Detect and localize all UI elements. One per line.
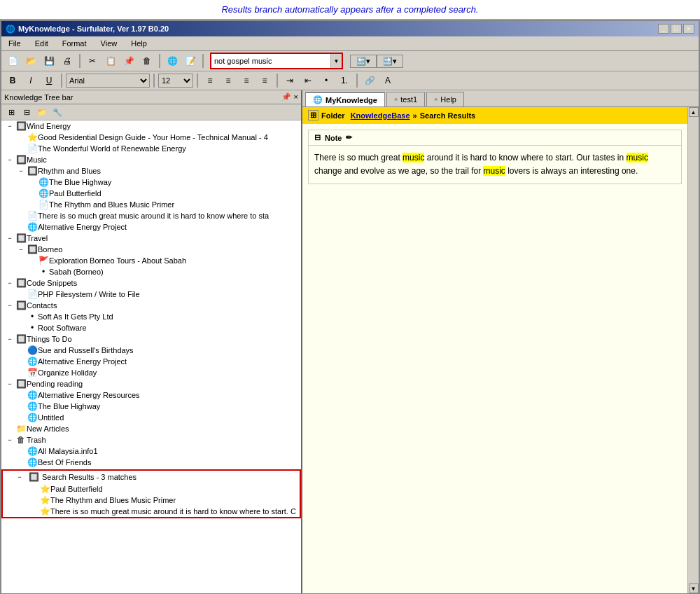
search-input[interactable] bbox=[211, 55, 330, 67]
tree-item-exploration[interactable]: 🚩Exploration Borneo Tours - About Sabah bbox=[1, 255, 301, 266]
tab-help-close[interactable]: × bbox=[434, 96, 438, 103]
outdent-btn[interactable]: ⇤ bbox=[300, 73, 316, 88]
tree-item-rnb[interactable]: −🔲Rhythm and Blues bbox=[1, 165, 301, 177]
color-btn[interactable]: A bbox=[379, 73, 396, 88]
ktree-new-folder-btn[interactable]: 📁 bbox=[35, 106, 49, 118]
tab-test1-close[interactable]: × bbox=[394, 96, 398, 103]
align-justify-btn[interactable]: ≡ bbox=[256, 73, 273, 88]
tree-item-sabah[interactable]: •Sabah (Borneo) bbox=[1, 266, 301, 277]
new-btn[interactable]: 📄 bbox=[4, 53, 21, 69]
note-collapse-icon[interactable]: ⊟ bbox=[314, 133, 321, 142]
tree-item-rnbprimer[interactable]: 📄The Rhythm and Blues Music Primer bbox=[1, 199, 301, 210]
align-left-btn[interactable]: ≡ bbox=[202, 73, 218, 88]
number-btn[interactable]: 1. bbox=[336, 73, 353, 88]
menu-format[interactable]: Format bbox=[58, 38, 91, 49]
tree-container[interactable]: −🔲Wind Energy⭐Good Residential Design Gu… bbox=[1, 120, 301, 593]
expand-travel[interactable]: − bbox=[4, 233, 15, 243]
tree-item-phpfile[interactable]: 📄PHP Filesystem / Write to File bbox=[1, 289, 301, 300]
tree-item-altenergy2[interactable]: 🌐Alternative Energy Project bbox=[1, 356, 301, 367]
paste-btn[interactable]: 📌 bbox=[120, 53, 137, 69]
scroll-down-btn[interactable]: ▼ bbox=[689, 583, 699, 593]
maximize-button[interactable]: □ bbox=[671, 24, 682, 34]
tree-item-wind[interactable]: −🔲Wind Energy bbox=[1, 120, 301, 132]
font-family-select[interactable]: Arial bbox=[66, 74, 150, 88]
scroll-up-btn[interactable]: ▲ bbox=[689, 107, 699, 117]
tree-item-untitled[interactable]: 🌐Untitled bbox=[1, 412, 301, 423]
cut-btn[interactable]: ✂ bbox=[84, 53, 101, 69]
expand-todo[interactable]: − bbox=[4, 334, 15, 344]
tree-item-bluehwy2[interactable]: 🌐The Blue Highway bbox=[1, 401, 301, 412]
tree-item-music[interactable]: −🔲Music bbox=[1, 154, 301, 165]
italic-btn[interactable]: I bbox=[22, 73, 39, 88]
tree-item-codesnip[interactable]: −🔲Code Snippets bbox=[1, 277, 301, 289]
tree-item-altres[interactable]: 🌐Alternative Energy Resources bbox=[1, 389, 301, 401]
tree-item-orgholiday[interactable]: 📅Organize Holiday bbox=[1, 367, 301, 378]
sr-item-1[interactable]: ⭐ Paul Butterfield bbox=[3, 483, 300, 495]
breadcrumb-kb-link[interactable]: KnowledgeBase bbox=[351, 111, 410, 120]
expand-wind[interactable]: − bbox=[4, 121, 15, 131]
menu-help[interactable]: Help bbox=[127, 38, 151, 49]
tree-item-borneo[interactable]: −🔲Borneo bbox=[1, 244, 301, 255]
sr-item-2[interactable]: ⭐ The Rhythm and Blues Music Primer bbox=[3, 495, 300, 506]
tree-item-allmal[interactable]: 🌐All Malaysia.info1 bbox=[1, 446, 301, 457]
search-results-node[interactable]: − 🔲 Search Results - 3 matches bbox=[3, 471, 300, 483]
go-back-btn[interactable]: 🔙▾ bbox=[350, 55, 377, 68]
expand-music[interactable]: − bbox=[4, 155, 15, 165]
menu-edit[interactable]: Edit bbox=[31, 38, 52, 49]
tree-item-altenergy[interactable]: 🌐Alternative Energy Project bbox=[1, 221, 301, 233]
ktree-close-btn[interactable]: × bbox=[294, 92, 298, 102]
menu-file[interactable]: File bbox=[4, 38, 25, 49]
tree-item-bluehwy[interactable]: 🌐The Blue Highway bbox=[1, 177, 301, 188]
link-btn[interactable]: 🔗 bbox=[361, 73, 378, 88]
ktree-collapse-all-btn[interactable]: ⊟ bbox=[20, 106, 34, 118]
copy-btn[interactable]: 📋 bbox=[102, 53, 119, 69]
open-btn[interactable]: 📂 bbox=[22, 53, 39, 69]
web-capture-btn[interactable]: 🌐 bbox=[164, 53, 181, 69]
tab-help[interactable]: × Help bbox=[426, 92, 464, 106]
note-btn[interactable]: 📝 bbox=[182, 53, 199, 69]
go-forward-btn[interactable]: 🔜▾ bbox=[377, 55, 403, 68]
align-center-btn[interactable]: ≡ bbox=[220, 73, 237, 88]
minimize-button[interactable]: _ bbox=[658, 24, 669, 34]
tree-item-contacts[interactable]: −🔲Contacts bbox=[1, 300, 301, 311]
tree-item-pendread[interactable]: −🔲Pending reading bbox=[1, 378, 301, 389]
right-scrollbar[interactable]: ▲ ▼ bbox=[687, 107, 699, 593]
tree-item-suebday[interactable]: 🔵Sue and Russell's Birthdays bbox=[1, 345, 301, 356]
align-right-btn[interactable]: ≡ bbox=[238, 73, 255, 88]
tree-item-softasit[interactable]: •Soft As It Gets Pty Ltd bbox=[1, 311, 301, 322]
expand-contacts[interactable]: − bbox=[4, 301, 15, 310]
expand-borneo[interactable]: − bbox=[15, 244, 27, 254]
indent-btn[interactable]: ⇥ bbox=[281, 73, 298, 88]
ktree-properties-btn[interactable]: 🔧 bbox=[50, 106, 64, 118]
ktree-expand-all-btn[interactable]: ⊞ bbox=[4, 106, 18, 118]
tab-myknowledge[interactable]: 🌐 MyKnowledge bbox=[305, 92, 385, 106]
tree-item-travel[interactable]: −🔲Travel bbox=[1, 233, 301, 244]
tree-item-good-res[interactable]: ⭐Good Residential Design Guide - Your Ho… bbox=[1, 132, 301, 143]
sr-expand-icon[interactable]: − bbox=[14, 472, 25, 482]
expand-rnb[interactable]: − bbox=[15, 166, 27, 176]
underline-btn[interactable]: U bbox=[41, 73, 57, 88]
ktree-pin-btn[interactable]: 📌 bbox=[281, 92, 291, 102]
search-dropdown-btn[interactable]: ▼ bbox=[330, 54, 342, 68]
tree-item-muchmusic[interactable]: 📄There is so much great music around it … bbox=[1, 210, 301, 221]
tab-test1[interactable]: × test1 bbox=[386, 92, 425, 106]
save-btn[interactable]: 💾 bbox=[41, 53, 57, 69]
menu-view[interactable]: View bbox=[97, 38, 122, 49]
delete-btn[interactable]: 🗑 bbox=[139, 53, 155, 69]
bold-btn[interactable]: B bbox=[4, 73, 21, 88]
close-button[interactable]: × bbox=[683, 24, 694, 34]
expand-trash[interactable]: − bbox=[4, 435, 15, 445]
breadcrumb-expand-icon[interactable]: ⊞ bbox=[308, 110, 318, 120]
tree-item-bestof[interactable]: 🌐Best Of Friends bbox=[1, 457, 301, 468]
tree-item-newarticles[interactable]: 📁New Articles bbox=[1, 423, 301, 434]
bullet-btn[interactable]: • bbox=[318, 73, 335, 88]
tree-item-trash[interactable]: −🗑Trash bbox=[1, 434, 301, 446]
tree-item-paulbut[interactable]: 🌐Paul Butterfield bbox=[1, 188, 301, 199]
expand-codesnip[interactable]: − bbox=[4, 278, 15, 288]
print-btn[interactable]: 🖨 bbox=[59, 53, 76, 69]
tree-item-todo[interactable]: −🔲Things To Do bbox=[1, 333, 301, 345]
note-edit-icon[interactable]: ✏ bbox=[346, 133, 352, 142]
sr-item-3[interactable]: ⭐ There is so much great music around it… bbox=[3, 506, 300, 517]
expand-pendread[interactable]: − bbox=[4, 379, 15, 389]
tree-item-rootsw[interactable]: •Root Software bbox=[1, 322, 301, 333]
